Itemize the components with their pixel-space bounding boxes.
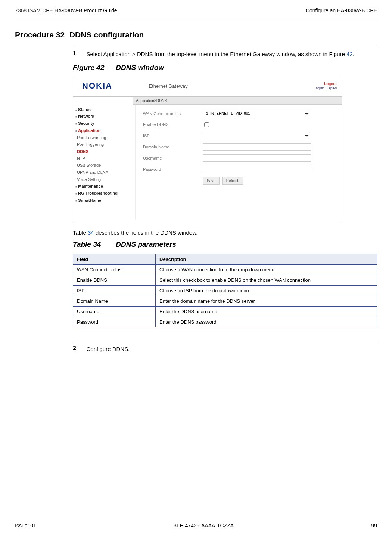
nav-maintenance[interactable]: Maintenance	[75, 183, 135, 190]
step1-text-a: Select Application > DDNS from the top-l…	[86, 51, 346, 57]
figure-number: Figure 42	[73, 64, 114, 72]
nav-ntp[interactable]: NTP	[75, 155, 135, 162]
step-1: 1 Select Application > DDNS from the top…	[73, 46, 377, 58]
nav-upnp[interactable]: UPNP and DLNA	[75, 169, 135, 176]
side-nav: Status Network Security Application Port…	[73, 105, 136, 220]
gateway-title: Ethernet Gateway	[149, 83, 187, 89]
password-label: Password	[143, 167, 203, 172]
table-title: DDNS parameters	[116, 240, 176, 248]
nav-application[interactable]: Application	[75, 127, 135, 134]
figure-title: DDNS window	[116, 64, 164, 71]
username-input[interactable]	[203, 154, 311, 162]
step-number: 2	[73, 345, 85, 352]
table-intro: Table 34 describes the fields in the DDN…	[73, 230, 377, 236]
domain-name-input[interactable]	[203, 143, 311, 151]
table-row: ISPChoose an ISP from the drop-down menu…	[73, 285, 377, 296]
table-intro-b: describes the fields in the DDNS window.	[94, 230, 198, 236]
figure-ref-link[interactable]: 42	[346, 51, 353, 57]
logout-link[interactable]: Logout	[314, 82, 337, 86]
enable-ddns-label: Enable DDNS	[143, 122, 203, 127]
cell-desc: Enter the DDNS password	[156, 317, 377, 327]
step-text: Configure DDNS.	[86, 345, 376, 353]
step-text: Select Application > DDNS from the top-l…	[86, 50, 376, 58]
cell-field: Username	[73, 306, 156, 317]
nokia-logo: NOKIA	[82, 81, 112, 91]
table-caption: Table 34 DDNS parameters	[73, 240, 377, 249]
doc-title-left: 7368 ISAM CPE HA-030W-B Product Guide	[15, 7, 117, 13]
breadcrumb: Application>DDNS	[133, 97, 342, 105]
figure-caption: Figure 42 DDNS window	[73, 64, 377, 72]
table-row: UsernameEnter the DDNS username	[73, 306, 377, 317]
table-row: Domain NameEnter the domain name for the…	[73, 296, 377, 306]
ddns-window-screenshot: NOKIA Ethernet Gateway Logout English |E…	[73, 76, 342, 222]
enable-ddns-checkbox[interactable]	[204, 122, 209, 127]
cell-desc: Choose a WAN connection from the drop-do…	[156, 264, 377, 275]
cell-field: Password	[73, 317, 156, 327]
wan-list-select[interactable]: 1_INTERNET_B_VID_881	[203, 110, 310, 117]
nav-status[interactable]: Status	[75, 106, 135, 113]
nav-usb[interactable]: USB Storage	[75, 162, 135, 169]
nav-network[interactable]: Network	[75, 113, 135, 120]
isp-select[interactable]	[203, 132, 310, 139]
procedure-heading: Procedure 32 DDNS configuration	[15, 30, 377, 39]
page-footer: Issue: 01 3FE-47429-AAAA-TCZZA 99	[15, 523, 377, 529]
language-links[interactable]: English |Espaol	[314, 86, 337, 90]
nav-voice[interactable]: Voice Setting	[75, 176, 135, 183]
col-description: Description	[156, 254, 377, 264]
doc-title-right: Configure an HA-030W-B CPE	[306, 7, 377, 13]
table-ref-link[interactable]: 34	[88, 230, 94, 236]
nav-ddns[interactable]: DDNS	[75, 148, 135, 155]
col-field: Field	[73, 254, 156, 264]
cell-desc: Enter the DDNS username	[156, 306, 377, 317]
nav-port-triggering[interactable]: Port Triggering	[75, 141, 135, 148]
cell-desc: Select this check box to enable DDNS on …	[156, 275, 377, 285]
cell-field: Enable DDNS	[73, 275, 156, 285]
cell-field: Domain Name	[73, 296, 156, 306]
domain-name-label: Domain Name	[143, 145, 203, 149]
nav-security[interactable]: Security	[75, 120, 135, 127]
save-button[interactable]: Save	[203, 177, 220, 185]
step1-text-b: .	[353, 51, 354, 57]
nav-port-forwarding[interactable]: Port Forwarding	[75, 134, 135, 141]
footer-docnum: 3FE-47429-AAAA-TCZZA	[174, 523, 234, 529]
cell-field: ISP	[73, 285, 156, 296]
ddns-parameters-table: Field Description WAN Connection ListCho…	[73, 254, 377, 327]
step-number: 1	[73, 50, 85, 57]
refresh-button[interactable]: Refresh	[222, 177, 243, 185]
password-input[interactable]	[203, 166, 311, 173]
procedure-number: Procedure 32	[15, 30, 67, 39]
step-2: 2 Configure DDNS.	[73, 341, 377, 353]
procedure-title: DDNS configuration	[69, 30, 144, 39]
cell-desc: Choose an ISP from the drop-down menu.	[156, 285, 377, 296]
table-row: WAN Connection ListChoose a WAN connecti…	[73, 264, 377, 275]
footer-page: 99	[371, 523, 377, 529]
table-intro-a: Table	[73, 230, 88, 236]
isp-label: ISP	[143, 133, 203, 138]
table-row: Enable DDNSSelect this check box to enab…	[73, 275, 377, 285]
nav-rg-troubleshooting[interactable]: RG Troubleshooting	[75, 190, 135, 197]
cell-field: WAN Connection List	[73, 264, 156, 275]
table-row: PasswordEnter the DDNS password	[73, 317, 377, 327]
nav-smarthome[interactable]: SmartHome	[75, 197, 135, 204]
username-label: Username	[143, 156, 203, 160]
footer-issue: Issue: 01	[15, 523, 36, 529]
wan-list-label: WAN Connection List	[143, 111, 203, 116]
ddns-form: WAN Connection List 1_INTERNET_B_VID_881…	[136, 105, 342, 220]
cell-desc: Enter the domain name for the DDNS serve…	[156, 296, 377, 306]
table-number: Table 34	[73, 240, 114, 249]
